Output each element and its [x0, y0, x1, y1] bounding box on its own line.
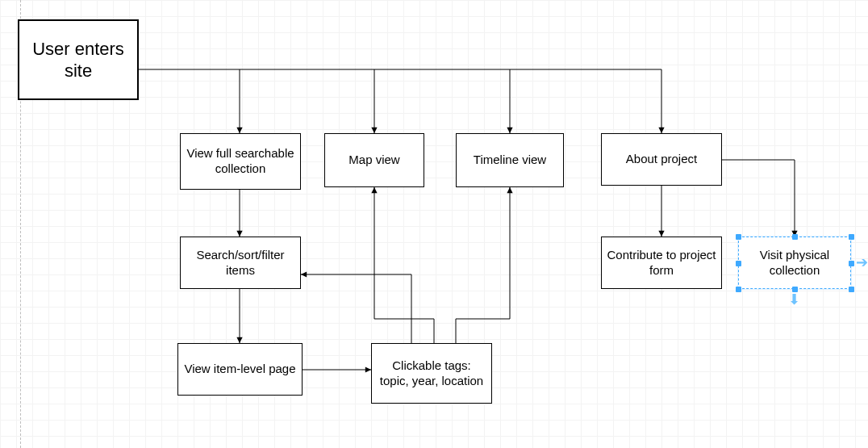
- node-view-full-collection[interactable]: View full searchable collection: [180, 133, 301, 190]
- node-map-view[interactable]: Map view: [324, 133, 424, 187]
- selection-handle[interactable]: [736, 287, 741, 292]
- node-label: Clickable tags: topic, year, location: [377, 358, 486, 389]
- selection-handle[interactable]: [849, 234, 854, 240]
- node-label: User enters site: [24, 38, 132, 82]
- selection-handle[interactable]: [736, 261, 741, 266]
- node-label: Timeline view: [474, 153, 546, 168]
- node-item-level-page[interactable]: View item-level page: [177, 343, 303, 396]
- selection-handle[interactable]: [792, 234, 798, 240]
- node-clickable-tags[interactable]: Clickable tags: topic, year, location: [371, 343, 492, 404]
- node-label: Search/sort/filter items: [186, 248, 295, 278]
- resize-arrow-down-icon: ⬇: [788, 292, 800, 307]
- resize-arrow-right-icon: ➔: [856, 255, 868, 270]
- node-label: Contribute to project form: [607, 248, 716, 278]
- selection-handle[interactable]: [736, 234, 741, 240]
- node-user-enters-site[interactable]: User enters site: [18, 19, 139, 100]
- diagram-canvas[interactable]: User enters site View full searchable co…: [0, 0, 868, 448]
- node-label: Visit physical collection: [744, 248, 845, 278]
- node-contribute-form[interactable]: Contribute to project form: [601, 237, 722, 289]
- selection-handle[interactable]: [849, 261, 854, 266]
- node-label: Map view: [348, 153, 399, 168]
- node-timeline-view[interactable]: Timeline view: [456, 133, 564, 187]
- selection-handle[interactable]: [849, 287, 854, 292]
- node-visit-physical-collection[interactable]: Visit physical collection: [738, 237, 851, 289]
- node-label: View full searchable collection: [186, 146, 295, 177]
- node-label: About project: [626, 152, 697, 167]
- node-label: View item-level page: [184, 362, 295, 377]
- node-search-sort-filter[interactable]: Search/sort/filter items: [180, 237, 301, 289]
- node-about-project[interactable]: About project: [601, 133, 722, 186]
